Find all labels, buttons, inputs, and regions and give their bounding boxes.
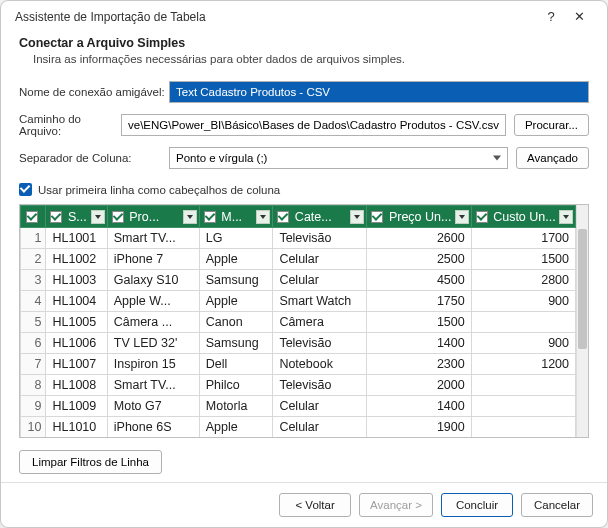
table-row[interactable]: 10HL1010iPhone 6SAppleCelular1900 <box>21 417 576 438</box>
check-icon <box>204 211 216 223</box>
scrollbar-thumb[interactable] <box>578 229 587 349</box>
page-header: Conectar a Arquivo Simples Insira as inf… <box>1 30 607 75</box>
cell: 900 <box>471 291 575 312</box>
cell: 2800 <box>471 270 575 291</box>
cell <box>471 375 575 396</box>
column-header[interactable]: Preço Un... <box>367 206 471 228</box>
cell: Televisão <box>273 333 367 354</box>
first-row-headers-checkbox[interactable]: Usar primeira linha como cabeçalhos de c… <box>1 183 607 204</box>
browse-button[interactable]: Procurar... <box>514 114 589 136</box>
chevron-down-icon[interactable] <box>256 210 270 224</box>
cell: Celular <box>273 417 367 438</box>
vertical-scrollbar[interactable] <box>576 205 588 437</box>
friendly-name-input[interactable]: Text Cadastro Produtos - CSV <box>169 81 589 103</box>
table-row[interactable]: 9HL1009Moto G7MotorlaCelular1400 <box>21 396 576 417</box>
cell: Canon <box>199 312 273 333</box>
cell: Apple <box>199 291 273 312</box>
friendly-name-value: Text Cadastro Produtos - CSV <box>176 86 330 98</box>
table-row[interactable]: 5HL1005Câmera ...CanonCâmera1500 <box>21 312 576 333</box>
cell: HL1005 <box>46 312 107 333</box>
file-path-input[interactable]: ve\ENG\Power_BI\Básico\Bases de Dados\Ca… <box>121 114 506 136</box>
separator-label: Separador de Coluna: <box>19 152 169 164</box>
cell: TV LED 32' <box>107 333 199 354</box>
cell <box>471 312 575 333</box>
cell: HL1007 <box>46 354 107 375</box>
cell: 900 <box>471 333 575 354</box>
column-header[interactable]: M... <box>199 206 273 228</box>
file-path-value: ve\ENG\Power_BI\Básico\Bases de Dados\Ca… <box>128 119 499 131</box>
cell: 4500 <box>367 270 471 291</box>
table-row[interactable]: 4HL1004Apple W...AppleSmart Watch1750900 <box>21 291 576 312</box>
separator-select[interactable]: Ponto e vírgula (;) <box>169 147 508 169</box>
help-button[interactable]: ? <box>537 9 565 24</box>
header-row: S... Pro... M... Cate... Preço Un... Cus… <box>21 206 576 228</box>
row-number: 6 <box>21 333 46 354</box>
chevron-down-icon[interactable] <box>350 210 364 224</box>
cell: 2300 <box>367 354 471 375</box>
cell: iPhone 7 <box>107 249 199 270</box>
cell: HL1009 <box>46 396 107 417</box>
cell: Inspiron 15 <box>107 354 199 375</box>
cell: Câmera ... <box>107 312 199 333</box>
next-button: Avançar > <box>359 493 433 517</box>
table-row[interactable]: 3HL1003Galaxy S10SamsungCelular45002800 <box>21 270 576 291</box>
cell: Celular <box>273 270 367 291</box>
chevron-down-icon[interactable] <box>183 210 197 224</box>
column-header[interactable]: Pro... <box>107 206 199 228</box>
table-row[interactable]: 7HL1007Inspiron 15DellNotebook23001200 <box>21 354 576 375</box>
close-button[interactable]: ✕ <box>565 9 593 24</box>
header-select-all[interactable] <box>21 206 46 228</box>
row-number: 4 <box>21 291 46 312</box>
cell: 1750 <box>367 291 471 312</box>
checkbox-label: Usar primeira linha como cabeçalhos de c… <box>38 184 280 196</box>
window-title: Assistente de Importação de Tabela <box>15 10 206 24</box>
table-row[interactable]: 6HL1006TV LED 32'SamsungTelevisão1400900 <box>21 333 576 354</box>
chevron-down-icon[interactable] <box>559 210 573 224</box>
row-number: 10 <box>21 417 46 438</box>
cell: Câmera <box>273 312 367 333</box>
column-header[interactable]: S... <box>46 206 107 228</box>
cell: Samsung <box>199 333 273 354</box>
column-label: Custo Un... <box>493 210 556 224</box>
cell: 1500 <box>367 312 471 333</box>
back-button[interactable]: < Voltar <box>279 493 351 517</box>
cell <box>471 396 575 417</box>
cell: Smart TV... <box>107 228 199 249</box>
footer: < Voltar Avançar > Concluir Cancelar <box>1 482 607 527</box>
cell: 2000 <box>367 375 471 396</box>
preview-grid[interactable]: S... Pro... M... Cate... Preço Un... Cus… <box>20 205 576 437</box>
row-number: 7 <box>21 354 46 375</box>
cancel-button[interactable]: Cancelar <box>521 493 593 517</box>
cell: Apple <box>199 417 273 438</box>
table-row[interactable]: 2HL1002iPhone 7AppleCelular25001500 <box>21 249 576 270</box>
form-area: Nome de conexão amigável: Text Cadastro … <box>1 75 607 183</box>
cell: Moto G7 <box>107 396 199 417</box>
chevron-down-icon[interactable] <box>91 210 105 224</box>
cell: Apple <box>199 249 273 270</box>
column-header[interactable]: Cate... <box>273 206 367 228</box>
column-header[interactable]: Custo Un... <box>471 206 575 228</box>
finish-button[interactable]: Concluir <box>441 493 513 517</box>
row-number: 8 <box>21 375 46 396</box>
chevron-down-icon[interactable] <box>455 210 469 224</box>
clear-row-filters-button[interactable]: Limpar Filtros de Linha <box>19 450 162 474</box>
table-row[interactable]: 8HL1008Smart TV...PhilcoTelevisão2000 <box>21 375 576 396</box>
cell: Televisão <box>273 228 367 249</box>
page-subtitle: Insira as informações necessárias para o… <box>33 53 589 65</box>
cell: 1400 <box>367 333 471 354</box>
cell: Galaxy S10 <box>107 270 199 291</box>
column-label: S... <box>68 210 87 224</box>
import-wizard-dialog: Assistente de Importação de Tabela ? ✕ C… <box>0 0 608 528</box>
column-label: Preço Un... <box>389 210 452 224</box>
cell: Televisão <box>273 375 367 396</box>
cell: HL1003 <box>46 270 107 291</box>
cell: HL1006 <box>46 333 107 354</box>
cell: Apple W... <box>107 291 199 312</box>
cell: 1400 <box>367 396 471 417</box>
check-icon <box>371 211 383 223</box>
table-row[interactable]: 1HL1001Smart TV...LGTelevisão26001700 <box>21 228 576 249</box>
cell: Philco <box>199 375 273 396</box>
advanced-button[interactable]: Avançado <box>516 147 589 169</box>
cell: HL1001 <box>46 228 107 249</box>
cell <box>471 417 575 438</box>
